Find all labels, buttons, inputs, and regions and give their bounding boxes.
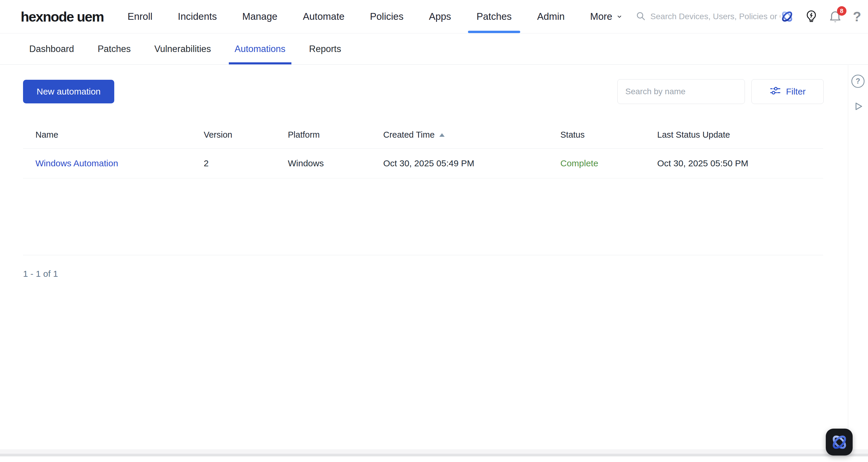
nav-item-enroll[interactable]: Enroll — [115, 0, 165, 33]
notification-count-badge: 8 — [837, 6, 846, 16]
brand-logo[interactable]: hexnode uem — [21, 8, 104, 25]
cell-created-time: Oct 30, 2025 05:49 PM — [383, 158, 560, 168]
top-navbar: hexnode uem Enroll Incidents Manage Auto… — [0, 0, 868, 33]
search-by-name-input[interactable] — [617, 79, 745, 104]
col-header-last-status-update[interactable]: Last Status Update — [657, 130, 823, 140]
contextual-help-icon[interactable]: ? — [851, 74, 865, 89]
chevron-down-icon — [616, 13, 623, 20]
hexnode-genie-icon[interactable] — [780, 10, 794, 23]
status-badge: Complete — [560, 158, 657, 168]
search-icon — [636, 11, 646, 22]
whats-new-bulb-icon[interactable] — [805, 10, 817, 23]
nav-item-manage[interactable]: Manage — [229, 0, 290, 33]
top-icon-group: 8 ? — [780, 7, 868, 26]
walkthrough-play-icon[interactable] — [851, 99, 865, 114]
col-header-platform[interactable]: Platform — [288, 130, 383, 140]
filter-button[interactable]: Filter — [751, 79, 824, 104]
new-automation-button[interactable]: New automation — [23, 80, 114, 104]
patches-subnav: Dashboard Patches Vulnerabilities Automa… — [0, 33, 868, 65]
nav-item-admin[interactable]: Admin — [524, 0, 578, 33]
filter-icon — [769, 85, 781, 99]
col-header-status[interactable]: Status — [560, 130, 657, 140]
nav-item-policies[interactable]: Policies — [357, 0, 416, 33]
hexnode-genie-launcher-button[interactable] — [826, 429, 852, 456]
automation-name-link[interactable]: Windows Automation — [35, 158, 118, 168]
hexnode-genie-rings-icon — [831, 433, 848, 451]
main-nav: Enroll Incidents Manage Automate Policie… — [115, 0, 636, 33]
table-toolbar: Filter — [617, 79, 824, 104]
global-search-input[interactable] — [650, 12, 780, 21]
global-search[interactable] — [636, 11, 780, 22]
cell-name: Windows Automation — [23, 158, 204, 168]
col-header-created-time[interactable]: Created Time — [383, 130, 560, 140]
tab-patches[interactable]: Patches — [98, 33, 131, 64]
horizontal-scrollbar-thumb[interactable] — [0, 454, 868, 456]
filter-label: Filter — [786, 87, 806, 96]
pagination-range: 1 - 1 of 1 — [23, 269, 58, 279]
table-bottom-divider — [23, 178, 823, 255]
nav-more-label: More — [590, 11, 612, 22]
nav-item-incidents[interactable]: Incidents — [165, 0, 229, 33]
table-header-row: Name Version Platform Created Time Statu… — [23, 121, 823, 149]
horizontal-scrollbar-track[interactable] — [0, 449, 868, 454]
sort-asc-icon — [439, 133, 445, 137]
cell-platform: Windows — [288, 158, 383, 168]
nav-item-patches[interactable]: Patches — [464, 0, 524, 33]
tab-vulnerabilities[interactable]: Vulnerabilities — [154, 33, 211, 64]
nav-item-more[interactable]: More — [578, 0, 636, 33]
cell-last-status-update: Oct 30, 2025 05:50 PM — [657, 158, 823, 168]
automations-table: Name Version Platform Created Time Statu… — [23, 121, 823, 255]
help-icon[interactable]: ? — [853, 10, 861, 23]
right-rail-divider — [848, 65, 848, 450]
table-row: Windows Automation 2 Windows Oct 30, 202… — [23, 149, 823, 178]
cell-version: 2 — [204, 158, 288, 168]
col-header-version[interactable]: Version — [204, 130, 288, 140]
col-header-name[interactable]: Name — [23, 130, 204, 140]
nav-item-automate[interactable]: Automate — [290, 0, 357, 33]
nav-item-apps[interactable]: Apps — [416, 0, 464, 33]
tab-reports[interactable]: Reports — [309, 33, 341, 64]
tab-dashboard[interactable]: Dashboard — [29, 33, 74, 64]
svg-text:?: ? — [856, 77, 860, 85]
tab-automations[interactable]: Automations — [235, 33, 285, 64]
automations-page: New automation Filter Name Version Platf… — [0, 65, 848, 450]
notifications-bell-icon[interactable]: 8 — [829, 10, 842, 23]
